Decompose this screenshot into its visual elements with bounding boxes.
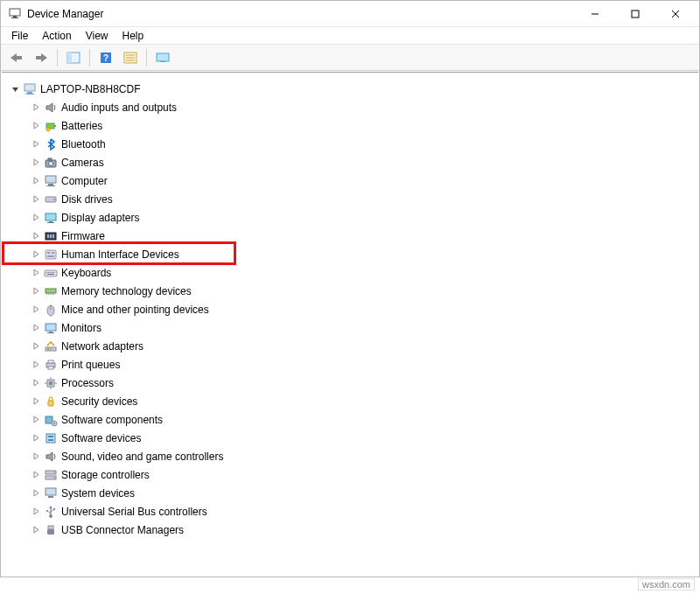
svg-rect-69: [50, 293, 51, 295]
chevron-down-icon[interactable]: [9, 83, 21, 95]
svg-rect-38: [48, 184, 53, 185]
svg-rect-10: [36, 56, 41, 59]
toolbar-separator: [89, 49, 90, 66]
svg-marker-111: [34, 490, 38, 496]
tree-root-row[interactable]: LAPTOP-NB8H8CDF: [7, 80, 693, 98]
svg-rect-124: [47, 529, 54, 535]
svg-rect-89: [49, 381, 52, 385]
tree-item-computer[interactable]: Computer: [7, 171, 693, 190]
watermark: wsxdn.com: [638, 578, 695, 591]
chevron-right-icon[interactable]: [30, 377, 42, 389]
help-button[interactable]: ?: [95, 47, 116, 68]
minimize-button[interactable]: [575, 1, 615, 27]
tree-item-mouse[interactable]: Mice and other pointing devices: [7, 300, 693, 318]
chevron-right-icon[interactable]: [30, 340, 42, 353]
tree-item-swdev[interactable]: Software devices: [7, 429, 693, 447]
chevron-right-icon[interactable]: [30, 248, 42, 261]
tree-item-sound[interactable]: Sound, video and game controllers: [7, 447, 693, 465]
tree-item-label: Universal Serial Bus controllers: [61, 506, 207, 518]
menu-help[interactable]: Help: [116, 28, 151, 44]
close-button[interactable]: [655, 1, 696, 27]
forward-button[interactable]: [31, 47, 52, 68]
tree-item-camera[interactable]: Cameras: [7, 153, 693, 171]
keyboard-icon: [44, 266, 58, 280]
svg-marker-106: [34, 472, 38, 478]
menu-view[interactable]: View: [79, 28, 116, 44]
chevron-right-icon[interactable]: [30, 120, 42, 132]
tree-item-battery[interactable]: Batteries: [7, 116, 693, 135]
svg-marker-36: [34, 178, 38, 184]
chevron-right-icon[interactable]: [30, 138, 42, 150]
tree-item-label: Batteries: [61, 120, 102, 132]
chevron-right-icon[interactable]: [30, 487, 42, 500]
tree-item-usb[interactable]: Universal Serial Bus controllers: [7, 502, 693, 521]
chevron-right-icon[interactable]: [30, 212, 42, 224]
tree-item-swcomp[interactable]: Software components: [7, 410, 693, 429]
menu-action[interactable]: Action: [35, 28, 78, 44]
tree-item-system[interactable]: System devices: [7, 484, 693, 502]
chevron-right-icon[interactable]: [30, 395, 42, 408]
tree-item-disk[interactable]: Disk drives: [7, 190, 693, 208]
tree-item-bluetooth[interactable]: Bluetooth: [7, 135, 693, 153]
tree-item-storage[interactable]: Storage controllers: [7, 465, 693, 484]
tree-item-keyboard[interactable]: Keyboards: [7, 263, 693, 282]
chevron-right-icon[interactable]: [30, 101, 42, 114]
svg-rect-29: [54, 125, 56, 127]
svg-marker-87: [34, 380, 38, 386]
svg-rect-113: [48, 496, 53, 498]
chevron-right-icon[interactable]: [30, 506, 42, 518]
maximize-button[interactable]: [615, 1, 655, 27]
chevron-right-icon[interactable]: [30, 432, 42, 444]
chevron-right-icon[interactable]: [30, 230, 42, 242]
tree-item-security[interactable]: Security devices: [7, 392, 693, 410]
chevron-right-icon[interactable]: [30, 193, 42, 206]
tree-item-cpu[interactable]: Processors: [7, 374, 693, 392]
tree-item-monitor[interactable]: Monitors: [7, 318, 693, 337]
tree-item-firmware[interactable]: Firmware: [7, 227, 693, 245]
tree-item-usbconn[interactable]: USB Connector Managers: [7, 521, 693, 539]
tree-view[interactable]: LAPTOP-NB8H8CDF Audio inputs and outputs…: [2, 72, 698, 576]
chevron-right-icon[interactable]: [30, 157, 42, 169]
chevron-right-icon[interactable]: [30, 267, 42, 279]
tree-item-label: Computer: [61, 175, 108, 187]
tree-item-display[interactable]: Display adapters: [7, 208, 693, 227]
chevron-right-icon[interactable]: [30, 304, 42, 316]
tree-item-label: Memory technology devices: [61, 285, 192, 297]
chevron-right-icon[interactable]: [30, 524, 42, 536]
tree-item-network[interactable]: Network adapters: [7, 337, 693, 355]
chevron-right-icon[interactable]: [30, 359, 42, 371]
svg-rect-22: [24, 84, 35, 91]
monitor-icon: [44, 321, 58, 335]
network-icon: [44, 339, 58, 353]
chevron-right-icon[interactable]: [30, 414, 42, 426]
chevron-right-icon[interactable]: [30, 175, 42, 187]
battery-icon: [44, 119, 58, 133]
tree-item-memory[interactable]: Memory technology devices: [7, 282, 693, 300]
svg-rect-67: [46, 293, 47, 295]
properties-button[interactable]: [120, 47, 141, 68]
chevron-right-icon[interactable]: [30, 285, 42, 297]
tree-item-label: System devices: [61, 487, 135, 500]
tree-item-label: Software components: [61, 414, 163, 426]
svg-rect-0: [10, 9, 20, 16]
computer-icon: [44, 174, 58, 188]
back-button[interactable]: [6, 47, 27, 68]
svg-rect-85: [48, 360, 53, 363]
svg-rect-66: [46, 289, 56, 293]
svg-marker-65: [34, 288, 38, 294]
svg-marker-94: [34, 398, 38, 404]
tree-item-speaker[interactable]: Audio inputs and outputs: [7, 98, 693, 116]
titlebar: Device Manager: [1, 1, 699, 27]
tree-item-printer[interactable]: Print queues: [7, 355, 693, 374]
tree-item-label: Monitors: [61, 322, 102, 334]
toolbar: ?: [1, 45, 699, 71]
scan-hardware-button[interactable]: [152, 47, 173, 68]
menu-file[interactable]: File: [4, 28, 35, 44]
tree-item-hid[interactable]: Human Interface Devices: [7, 245, 693, 263]
show-hide-console-button[interactable]: [63, 47, 84, 68]
chevron-right-icon[interactable]: [30, 469, 42, 481]
chevron-right-icon[interactable]: [30, 451, 42, 463]
memory-icon: [44, 284, 58, 298]
chevron-right-icon[interactable]: [30, 322, 42, 334]
tree-children: Audio inputs and outputsBatteriesBluetoo…: [7, 98, 693, 539]
